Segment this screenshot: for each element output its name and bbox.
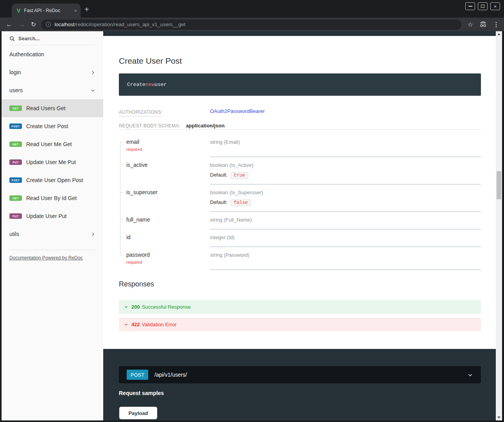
new-tab-button[interactable]: + <box>84 5 89 14</box>
tree-connector <box>119 157 126 184</box>
sidebar-divider <box>9 250 95 250</box>
operation-label: Read User Me Get <box>26 141 72 147</box>
forward-button[interactable]: → <box>18 21 25 28</box>
sidebar-operation[interactable]: PUT Update User Put <box>2 207 103 225</box>
site-info-icon[interactable]: i <box>46 22 51 27</box>
sidebar-operation[interactable]: POST Create User Post <box>2 117 103 135</box>
field-name: is_superuser <box>126 189 210 196</box>
search-icon <box>9 36 15 41</box>
url-host: localhost <box>54 21 74 27</box>
method-badge: POST <box>9 177 22 183</box>
browser-titlebar: V Fast API - ReDoc × + × <box>0 0 504 18</box>
operation-label: Read User By Id Get <box>26 195 77 201</box>
sidebar-operation[interactable]: GET Read Users Get <box>2 99 103 117</box>
default-value: false <box>231 199 251 206</box>
response-code: 200 <box>131 304 140 310</box>
field-type: string (Full_Name) <box>210 217 481 223</box>
sidebar-item-utils[interactable]: utils <box>2 225 103 243</box>
scrollbar-thumb[interactable] <box>497 171 501 199</box>
endpoint-description-code: Create new user <box>119 73 481 96</box>
authorizations-row: AUTHORIZATIONS: OAuth2PasswordBearer <box>119 108 481 116</box>
field-name: full_name <box>126 216 210 223</box>
chevron-down-icon <box>124 322 128 327</box>
payload-tab[interactable]: Payload <box>119 407 157 419</box>
tab-close-icon[interactable]: × <box>74 8 77 14</box>
endpoint-selector[interactable]: POST /api/v1/users/ <box>119 366 481 383</box>
close-button[interactable]: × <box>490 2 500 10</box>
authorizations-label: AUTHORIZATIONS: <box>119 109 162 116</box>
field-type: boolean (Is_Superuser) <box>210 190 481 196</box>
chevron-down-icon <box>467 372 473 378</box>
method-badge: POST <box>127 370 148 380</box>
chevron-down-icon <box>124 305 128 309</box>
tree-connector <box>119 212 126 229</box>
method-badge: PUT <box>9 213 22 219</box>
field-name: email <box>126 139 210 145</box>
browser-toolbar: ← → ↻ i localhost/redoc#operation/read_u… <box>0 18 504 31</box>
field-name: id <box>126 234 210 241</box>
maximize-icon <box>481 5 484 8</box>
reload-button[interactable]: ↻ <box>31 21 36 28</box>
scroll-down-arrow-icon[interactable] <box>497 417 500 418</box>
sidebar-item-label: utils <box>9 231 19 237</box>
method-badge: PUT <box>9 159 22 165</box>
operation-label: Create User Open Post <box>26 177 83 183</box>
search-input[interactable] <box>18 36 77 41</box>
sidebar-item-users[interactable]: users <box>2 81 103 99</box>
description-text: Create <box>127 82 145 88</box>
responses-list: 200 Successful Response 422 Validation E… <box>119 300 481 335</box>
browser-tab[interactable]: V Fast API - ReDoc × <box>12 4 81 18</box>
close-icon: × <box>494 4 497 9</box>
url-bar[interactable]: i localhost/redoc#operation/read_users_a… <box>41 20 461 30</box>
tree-connector <box>119 247 126 270</box>
field-default: Default:false <box>210 199 481 206</box>
tree-connector <box>119 229 126 247</box>
bookmark-star-icon[interactable]: ☆ <box>468 21 473 28</box>
field-name: password <box>126 252 210 258</box>
schema-field-row: is_superuser boolean (Is_Superuser) Defa… <box>119 184 481 212</box>
operation-label: Update User Put <box>26 213 67 219</box>
minimize-button[interactable] <box>465 2 475 10</box>
sidebar-operation[interactable]: GET Read User Me Get <box>2 135 103 153</box>
sidebar-item-authentication[interactable]: Authentication <box>2 45 103 63</box>
tab-title: Fast API - ReDoc <box>24 8 72 13</box>
default-label: Default: <box>210 199 228 205</box>
request-body-row: REQUEST BODY SCHEMA: application/json <box>119 122 481 129</box>
request-samples-title: Request samples <box>119 390 164 396</box>
search-box[interactable] <box>9 36 95 45</box>
schema-divider <box>119 129 481 130</box>
redoc-footer-link[interactable]: Documentation Powered by ReDoc <box>9 255 83 261</box>
method-badge: GET <box>9 106 22 111</box>
sidebar-operation[interactable]: GET Read User By Id Get <box>2 189 103 207</box>
request-body-label: REQUEST BODY SCHEMA: <box>119 123 180 130</box>
sidebar-operation[interactable]: PUT Update User Me Put <box>2 153 103 171</box>
tree-connector <box>119 134 126 157</box>
field-required-label: required <box>126 260 210 265</box>
schema-field-row: password required string (Password) <box>119 247 481 270</box>
authorization-link[interactable]: OAuth2PasswordBearer <box>210 108 265 114</box>
tree-connector <box>119 184 126 212</box>
page-scrollbar[interactable] <box>496 31 502 420</box>
sidebar-operation[interactable]: POST Create User Open Post <box>2 171 103 189</box>
sidebar-item-login[interactable]: login <box>2 63 103 81</box>
description-highlight: new <box>145 82 154 88</box>
sidebar-item-label: Authentication <box>9 51 44 57</box>
favicon-icon: V <box>17 7 20 14</box>
response-panel[interactable]: 200 Successful Response <box>119 300 481 314</box>
back-button[interactable]: ← <box>6 21 13 28</box>
response-code: 422 <box>131 322 140 327</box>
schema-field-row: email required string (Email) <box>119 134 481 157</box>
scroll-up-arrow-icon[interactable] <box>497 33 500 35</box>
field-type: integer (Id) <box>210 234 481 241</box>
operation-label: Create User Post <box>26 123 68 129</box>
maximize-button[interactable] <box>478 2 488 10</box>
browser-menu-icon[interactable]: ⋮ <box>493 21 499 28</box>
default-value: true <box>231 172 248 179</box>
field-default: Default:true <box>210 172 481 178</box>
description-text: user <box>154 82 167 88</box>
responses-title: Responses <box>119 280 154 288</box>
page-title: Create User Post <box>119 56 182 66</box>
field-type: string (Password) <box>210 252 481 258</box>
chevron-down-icon <box>90 88 95 93</box>
response-panel[interactable]: 422 Validation Error <box>119 318 481 331</box>
